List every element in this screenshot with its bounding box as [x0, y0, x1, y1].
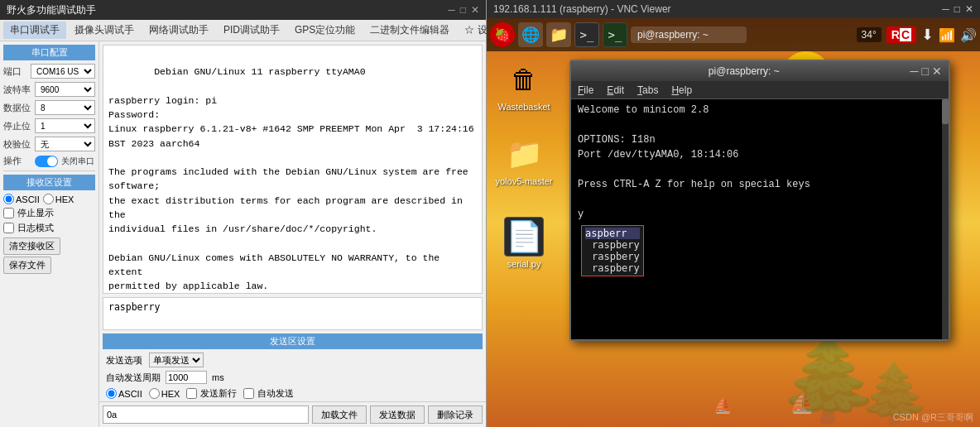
- send-hex-radio[interactable]: [149, 388, 160, 399]
- send-select[interactable]: 单项发送: [149, 353, 204, 367]
- stop-display-check[interactable]: [3, 208, 14, 218]
- send-section-title: 发送区设置: [103, 333, 483, 349]
- send-ascii-radio[interactable]: [106, 388, 117, 399]
- menu-gps[interactable]: GPS定位功能: [288, 22, 362, 39]
- port-select[interactable]: COM16 US: [31, 64, 95, 79]
- clear-receive-button[interactable]: 清空接收区: [3, 237, 60, 255]
- taskbar-url-text: pi@raspberry: ~: [637, 29, 709, 41]
- temp-badge: 34°: [857, 27, 882, 42]
- minicom-scrollbar[interactable]: [942, 99, 949, 339]
- data-bits-row: 数据位 8: [3, 100, 95, 115]
- maximize-icon[interactable]: □: [460, 4, 466, 16]
- folder-icon[interactable]: 📁: [546, 22, 571, 47]
- terminal-open-icon[interactable]: >_: [603, 22, 627, 47]
- minimize-icon[interactable]: ─: [448, 4, 455, 16]
- autocomplete-item-3[interactable]: raspbery: [585, 262, 640, 274]
- minicom-menu-edit[interactable]: Edit: [607, 84, 624, 96]
- send-newline-check[interactable]: [186, 388, 197, 399]
- wastebasket-label: Wastebasket: [497, 102, 550, 112]
- send-ascii-label: ASCII: [118, 389, 142, 399]
- send-auto-check[interactable]: [243, 388, 254, 399]
- minicom-close[interactable]: ✕: [932, 65, 942, 78]
- send-options-row2: 自动发送周期 ms: [99, 369, 486, 386]
- stop-bits-row: 停止位 1: [3, 118, 95, 133]
- menu-pid[interactable]: PID调试助手: [217, 22, 286, 39]
- minicom-minimize[interactable]: ─: [910, 65, 919, 78]
- hex-radio[interactable]: [43, 194, 54, 204]
- csdn-watermark: CSDN @R三哥哥啊: [893, 411, 973, 424]
- minicom-line-4: Port /dev/ttyAMA0, 18:14:06: [578, 147, 942, 162]
- vnc-maximize[interactable]: □: [954, 3, 960, 15]
- volume-icon: 🔊: [960, 27, 977, 43]
- log-mode-check[interactable]: [3, 223, 14, 233]
- minicom-line-2: [578, 118, 942, 132]
- send-newline-label: 发送新行: [200, 387, 237, 400]
- delete-record-button[interactable]: 删除记录: [428, 405, 483, 424]
- parity-label: 校验位: [3, 138, 33, 151]
- serialpy-label: serial.py: [507, 259, 541, 269]
- send-newline-row[interactable]: 发送新行: [186, 387, 237, 400]
- period-input[interactable]: [166, 371, 207, 384]
- yolov5-desktop-icon[interactable]: 📁 yolov5-master: [495, 134, 553, 186]
- terminal-input-area[interactable]: raspberry: [103, 297, 483, 330]
- stop-bits-select[interactable]: 1: [35, 118, 95, 133]
- minicom-line-7: [578, 192, 942, 207]
- yolov5-img: 📁: [504, 134, 544, 174]
- main-content: 串口配置 端口 COM16 US 波特率 9600 数据位 8: [0, 41, 486, 427]
- hex-input[interactable]: [103, 405, 309, 424]
- minicom-maximize[interactable]: □: [922, 65, 929, 78]
- stop-display-row: 停止显示: [3, 207, 95, 219]
- data-bits-select[interactable]: 8: [35, 100, 95, 115]
- raspberry-icon[interactable]: 🍓: [490, 22, 515, 47]
- send-data-button[interactable]: 发送数据: [370, 405, 425, 424]
- send-auto-row[interactable]: 自动发送: [243, 387, 294, 400]
- send-hex-option[interactable]: HEX: [149, 388, 180, 399]
- vnc-minimize[interactable]: ─: [942, 3, 949, 15]
- terminal-content: Debian GNU/Linux 11 raspberry ttyAMA0 ra…: [108, 66, 480, 294]
- download-icon: ⬇: [921, 26, 934, 44]
- receive-format-row: ASCII HEX: [3, 194, 95, 204]
- minicom-line-1: Welcome to minicom 2.8: [578, 103, 942, 118]
- serialpy-desktop-icon[interactable]: 📄 serial.py: [495, 217, 553, 269]
- menu-camera[interactable]: 摄像头调试手: [68, 22, 141, 39]
- ascii-option[interactable]: ASCII: [3, 194, 40, 204]
- port-toggle[interactable]: [35, 156, 58, 167]
- bg-boat-left: ⛵: [713, 396, 732, 415]
- load-file-button[interactable]: 加载文件: [312, 405, 367, 424]
- autocomplete-item-2[interactable]: raspbery: [585, 251, 640, 262]
- hex-option[interactable]: HEX: [43, 194, 74, 204]
- minicom-menu-file[interactable]: File: [578, 84, 593, 96]
- minicom-line-6: Press CTRL-A Z for help on special keys: [578, 177, 942, 192]
- ascii-radio[interactable]: [3, 194, 14, 204]
- baud-select[interactable]: 9600: [35, 82, 95, 97]
- receive-config-title: 接收区设置: [3, 175, 95, 190]
- menu-serial[interactable]: 串口调试手: [3, 22, 66, 39]
- menu-binary[interactable]: 二进制文件编辑器: [363, 22, 456, 39]
- minicom-terminal[interactable]: Welcome to minicom 2.8 OPTIONS: I18n Por…: [571, 99, 949, 339]
- terminal-dark-icon[interactable]: >_: [574, 22, 599, 47]
- terminal-output: Debian GNU/Linux 11 raspberry ttyAMA0 ra…: [103, 45, 483, 294]
- minicom-menu-bar: File Edit Tabs Help: [571, 81, 949, 99]
- minicom-menu-help[interactable]: Help: [671, 84, 692, 96]
- autocomplete-box: aspberr raspbery raspbery raspbery: [581, 225, 644, 276]
- save-file-button[interactable]: 保存文件: [3, 257, 51, 274]
- divider1: [3, 170, 95, 171]
- vnc-controls: ─ □ ✕: [942, 3, 973, 15]
- bg-boat-right: ⛵: [790, 391, 814, 415]
- terminal-area: Debian GNU/Linux 11 raspberry ttyAMA0 ra…: [99, 41, 486, 427]
- minicom-menu-tabs[interactable]: Tabs: [637, 84, 658, 96]
- menu-network[interactable]: 网络调试助手: [142, 22, 215, 39]
- close-icon[interactable]: ✕: [471, 4, 479, 16]
- parity-select[interactable]: 无: [35, 137, 95, 151]
- wastebasket-img: 🗑: [504, 60, 544, 99]
- baud-row: 波特率 9600: [3, 82, 95, 97]
- wastebasket-desktop-icon[interactable]: 🗑 Wastebasket: [495, 60, 553, 112]
- autocomplete-item-1[interactable]: raspbery: [585, 239, 640, 251]
- autocomplete-selected: aspberr: [585, 228, 640, 239]
- globe-icon[interactable]: 🌐: [518, 22, 543, 47]
- send-ascii-option[interactable]: ASCII: [106, 388, 142, 399]
- taskbar-url[interactable]: pi@raspberry: ~: [631, 26, 747, 43]
- vnc-close[interactable]: ✕: [965, 3, 973, 15]
- minicom-line-3: OPTIONS: I18n: [578, 132, 942, 147]
- send-select-label: 发送选项: [106, 354, 142, 367]
